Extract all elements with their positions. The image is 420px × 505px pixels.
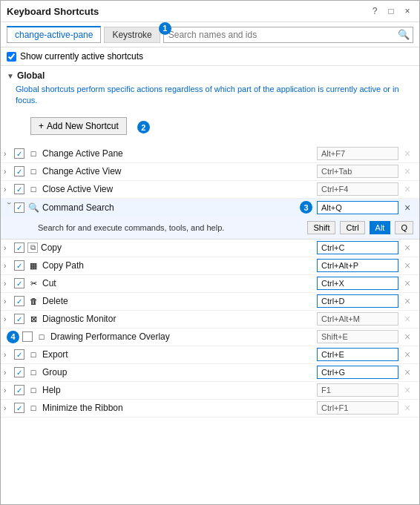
search-icon: 🔍 [398, 29, 410, 40]
checkbox-copy[interactable] [14, 242, 24, 253]
expand-arrow-command-search[interactable]: › [5, 202, 13, 213]
row-icon-change-active-view: □ [27, 165, 39, 177]
delete-minimize[interactable]: × [401, 402, 413, 414]
row-icon-command-search: 🔍 [27, 202, 39, 214]
expand-arrow[interactable]: › [4, 150, 14, 158]
label-change-active-view: Change Active View [42, 166, 317, 176]
search-input[interactable] [163, 27, 413, 43]
help-icon[interactable]: ? [369, 5, 381, 17]
checkbox-minimize[interactable] [14, 403, 24, 413]
section-collapse-arrow[interactable]: ▼ [7, 72, 14, 80]
delete-copy-path[interactable]: × [401, 260, 413, 271]
key-close-active-view[interactable] [317, 182, 398, 196]
show-active-checkbox[interactable] [7, 52, 16, 62]
checkbox-drawing-perf[interactable] [22, 331, 33, 342]
section-global-label: Global [17, 70, 45, 81]
label-change-active-pane: Change Active Pane [42, 148, 317, 159]
label-copy-path: Copy Path [42, 260, 317, 271]
label-cut: Cut [42, 278, 317, 288]
expand-arrow-copy-path[interactable]: › [4, 262, 14, 270]
key-drawing-perf[interactable] [317, 330, 398, 343]
key-delete[interactable] [317, 294, 398, 308]
row-close-active-view: › □ Close Active View × [1, 181, 419, 199]
add-shortcut-badge: 2 [137, 121, 150, 133]
row-icon-export: □ [27, 349, 39, 360]
checkbox-command-search[interactable] [14, 202, 24, 213]
expand-arrow-copy[interactable]: › [4, 244, 14, 252]
delete-delete[interactable]: × [401, 295, 413, 307]
row-copy-path: › ▦ Copy Path × [1, 257, 419, 275]
expand-arrow[interactable]: › [4, 185, 14, 194]
key-command-search[interactable] [317, 201, 398, 214]
modifier-ctrl[interactable]: Ctrl [340, 221, 364, 234]
key-diagnostic[interactable] [317, 312, 398, 326]
row-icon-minimize: □ [27, 402, 39, 414]
key-minimize[interactable] [317, 401, 398, 415]
row-icon-help: □ [27, 384, 39, 396]
row-icon-cut: ✂ [27, 277, 39, 289]
maximize-icon[interactable]: □ [385, 5, 397, 17]
delete-help[interactable]: × [401, 384, 413, 396]
key-export[interactable] [317, 348, 398, 361]
key-change-active-view[interactable] [317, 165, 398, 178]
modifier-shift[interactable]: Shift [307, 221, 335, 234]
title-bar: Keyboard Shortcuts ? □ × [1, 1, 419, 22]
row-drawing-perf: 4 □ Drawing Performance Overlay × [1, 329, 419, 346]
delete-change-active-view[interactable]: × [401, 165, 413, 177]
key-change-active-pane[interactable] [317, 147, 398, 160]
checkbox-close-active-view[interactable] [14, 184, 24, 194]
delete-group[interactable]: × [401, 366, 413, 378]
row-change-active-pane: › □ Change Active Pane × [1, 145, 419, 163]
checkbox-change-active-view[interactable] [14, 166, 24, 176]
checkbox-group[interactable] [14, 367, 24, 377]
expand-arrow-cut[interactable]: › [4, 280, 14, 288]
modifier-alt[interactable]: Alt [370, 221, 391, 234]
add-shortcut-button[interactable]: + Add New Shortcut [30, 117, 127, 135]
delete-drawing-perf[interactable]: × [401, 331, 413, 343]
checkbox-copy-path[interactable] [14, 260, 24, 271]
expand-arrow[interactable]: › [4, 168, 14, 176]
delete-copy[interactable]: × [401, 242, 413, 254]
checkbox-help[interactable] [14, 385, 24, 395]
row-icon-copy: ⧉ [27, 242, 38, 253]
label-group: Group [42, 367, 317, 377]
expand-arrow-minimize[interactable]: › [4, 404, 14, 412]
delete-cut[interactable]: × [401, 277, 413, 289]
section-global-header: ▼ Global [1, 66, 419, 82]
key-help[interactable] [317, 383, 398, 397]
expand-arrow-help[interactable]: › [4, 386, 14, 395]
expand-arrow-delete[interactable]: › [4, 297, 14, 306]
row-icon-close-active-view: □ [27, 183, 39, 195]
checkbox-diagnostic[interactable] [14, 314, 24, 324]
search-wrap: 🔍 1 [163, 27, 413, 43]
key-copy-path[interactable] [317, 259, 398, 272]
label-help: Help [42, 385, 317, 395]
tab-name[interactable]: change-active-pane [7, 26, 101, 43]
checkbox-change-active-pane[interactable] [14, 148, 24, 159]
row-minimize-ribbon: › □ Minimize the Ribbon × [1, 400, 419, 417]
checkbox-delete[interactable] [14, 296, 24, 306]
show-active-label: Show currently active shortcuts [20, 51, 143, 62]
label-copy: Copy [41, 242, 317, 253]
label-export: Export [42, 349, 317, 360]
label-close-active-view: Close Active View [42, 184, 317, 194]
delete-diagnostic[interactable]: × [401, 313, 413, 325]
checkbox-cut[interactable] [14, 278, 24, 288]
checkbox-export[interactable] [14, 349, 24, 360]
keyboard-shortcuts-window: Keyboard Shortcuts ? □ × change-active-p… [0, 0, 420, 505]
tab-keystroke[interactable]: Keystroke [104, 27, 160, 43]
expand-arrow-diagnostic[interactable]: › [4, 315, 14, 323]
close-icon[interactable]: × [401, 5, 413, 17]
delete-close-active-view[interactable]: × [401, 183, 413, 195]
key-group[interactable] [317, 366, 398, 379]
row-icon-copy-path: ▦ [27, 260, 39, 271]
delete-change-active-pane[interactable]: × [401, 148, 413, 159]
expand-arrow-export[interactable]: › [4, 351, 14, 359]
delete-command-search[interactable]: × [401, 202, 413, 214]
key-cut[interactable] [317, 277, 398, 290]
expand-arrow-group[interactable]: › [4, 369, 14, 377]
delete-export[interactable]: × [401, 349, 413, 360]
row-help: › □ Help × [1, 382, 419, 400]
key-copy[interactable] [317, 241, 398, 254]
expand-panel-command-search: Search for and execute commands, tools, … [1, 217, 419, 240]
